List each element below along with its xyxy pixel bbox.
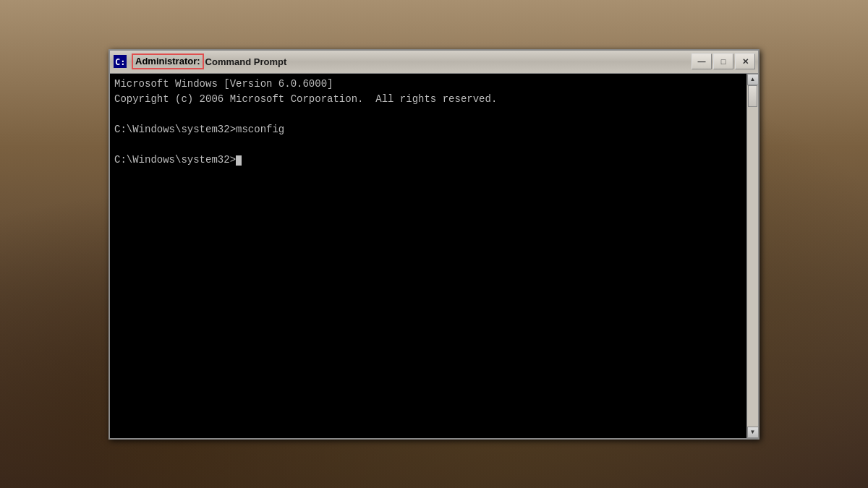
title-admin-label: Administrator: [132,53,204,69]
maximize-button[interactable]: □ [713,53,733,69]
terminal-line-1: Microsoft Windows [Version 6.0.6000] [114,77,742,92]
title-bar-text: Administrator: Command Prompt [132,53,692,69]
close-button[interactable]: ✕ [735,53,755,69]
terminal-line-6: C:\Windows\system32> [114,153,742,168]
cmd-window-icon: C: [113,54,127,69]
scroll-down-button[interactable]: ▼ [747,427,759,438]
scroll-up-button[interactable]: ▲ [747,74,759,85]
terminal-body[interactable]: Microsoft Windows [Version 6.0.6000] Cop… [110,74,758,438]
scrollbar[interactable]: ▲ ▼ [746,74,758,438]
command-prompt-window: C: Administrator: Command Prompt — □ ✕ M… [109,49,760,440]
terminal-line-5 [114,137,742,153]
title-controls: — □ ✕ [692,53,755,69]
terminal-content[interactable]: Microsoft Windows [Version 6.0.6000] Cop… [110,74,746,438]
cursor [236,155,242,166]
minimize-button[interactable]: — [692,53,712,69]
scroll-track[interactable] [747,85,758,427]
title-bar: C: Administrator: Command Prompt — □ ✕ [110,51,758,74]
title-rest-label: Command Prompt [205,56,287,67]
terminal-line-4: C:\Windows\system32>msconfig [114,122,742,137]
svg-text:C:: C: [115,57,125,67]
scroll-thumb[interactable] [748,85,757,107]
terminal-line-3 [114,107,742,122]
terminal-line-2: Copyright (c) 2006 Microsoft Corporation… [114,92,742,107]
